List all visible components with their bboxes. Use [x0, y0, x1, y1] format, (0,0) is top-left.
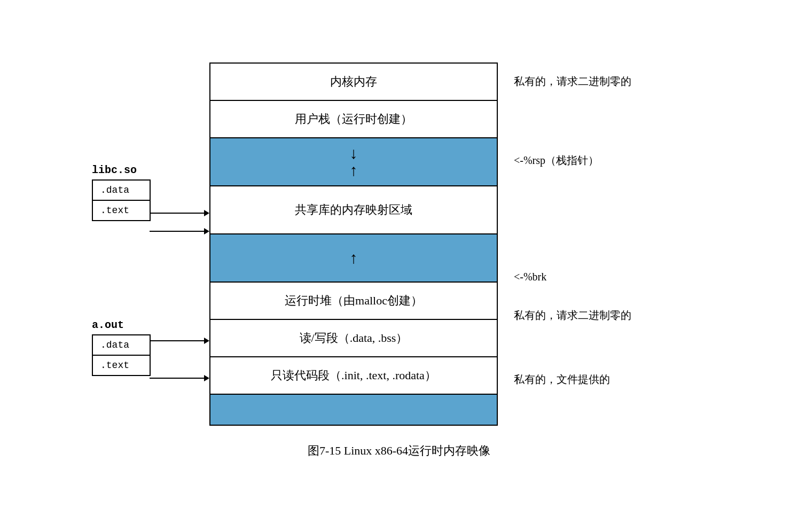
aout-box: .data .text — [92, 334, 151, 376]
up-arrow-icon: ↑ — [350, 162, 358, 178]
rsp-annotation-text: <-%rsp（栈指针） — [514, 154, 599, 166]
libc-title: libc.so — [92, 164, 151, 176]
segment-kernel-label: 内核内存 — [330, 74, 377, 90]
libc-data-arrow — [150, 210, 209, 216]
libc-text-arrow — [150, 228, 209, 234]
heap-annotation-text: 私有的，请求二进制零的 — [514, 309, 631, 321]
segment-shared-lib-label: 共享库的内存映射区域 — [295, 202, 412, 218]
brk-annotation-text: <-%brk — [514, 271, 546, 283]
segment-heap-gap: ↑ — [209, 233, 498, 281]
segment-data-rw: 读/写段（.data, .bss） — [209, 319, 498, 356]
kernel-annotation: 私有的，请求二进制零的 — [514, 74, 631, 89]
segment-user-stack: 用户栈（运行时创建） — [209, 100, 498, 137]
segment-data-rw-label: 读/写段（.data, .bss） — [300, 330, 408, 346]
up-arrow-2-icon: ↑ — [350, 250, 358, 266]
stack-arrows: ↓ ↑ — [350, 145, 358, 178]
aout-data-row: .data — [93, 335, 150, 356]
segment-text-ro: 只读代码段（.init, .text, .rodata） — [209, 356, 498, 394]
heap-gap-arrows: ↑ — [350, 250, 358, 266]
segment-text-ro-label: 只读代码段（.init, .text, .rodata） — [271, 367, 436, 384]
libc-text-row: .text — [93, 201, 150, 220]
kernel-annotation-text: 私有的，请求二进制零的 — [514, 75, 631, 87]
aout-text-arrow — [150, 375, 209, 381]
libc-box: .data .text — [92, 179, 151, 221]
text-annotation-text: 私有的，文件提供的 — [514, 373, 610, 385]
segment-user-stack-label: 用户栈（运行时创建） — [295, 111, 412, 127]
aout-text-row: .text — [93, 356, 150, 375]
segment-bottom — [209, 394, 498, 426]
segment-kernel: 内核内存 — [209, 62, 498, 100]
aout-data-arrow — [150, 338, 209, 344]
main-layout: libc.so .data .text a.out .data .text — [52, 62, 746, 426]
brk-annotation: <-%brk — [514, 271, 546, 283]
libc-group: libc.so .data .text — [92, 164, 151, 221]
segment-heap-label: 运行时堆（由malloc创建） — [285, 293, 423, 309]
diagram-wrapper: libc.so .data .text a.out .data .text — [52, 41, 746, 491]
aout-group: a.out .data .text — [92, 319, 151, 376]
down-arrow-icon: ↓ — [350, 145, 358, 161]
center-memory-map: 内核内存 用户栈（运行时创建） ↓ ↑ 共享库的内存映射区域 — [209, 62, 498, 426]
text-annotation: 私有的，文件提供的 — [514, 372, 610, 387]
segment-heap: 运行时堆（由malloc创建） — [209, 281, 498, 319]
rsp-annotation: <-%rsp（栈指针） — [514, 153, 599, 168]
libc-data-row: .data — [93, 181, 150, 201]
heap-annotation: 私有的，请求二进制零的 — [514, 308, 631, 323]
aout-title: a.out — [92, 319, 151, 331]
segment-stack-gap: ↓ ↑ — [209, 137, 498, 185]
memory-segments: 内核内存 用户栈（运行时创建） ↓ ↑ 共享库的内存映射区域 — [209, 62, 498, 426]
caption-text: 图7-15 Linux x86-64运行时内存映像 — [308, 444, 490, 457]
diagram-caption: 图7-15 Linux x86-64运行时内存映像 — [52, 443, 746, 459]
segment-shared-lib: 共享库的内存映射区域 — [209, 185, 498, 233]
